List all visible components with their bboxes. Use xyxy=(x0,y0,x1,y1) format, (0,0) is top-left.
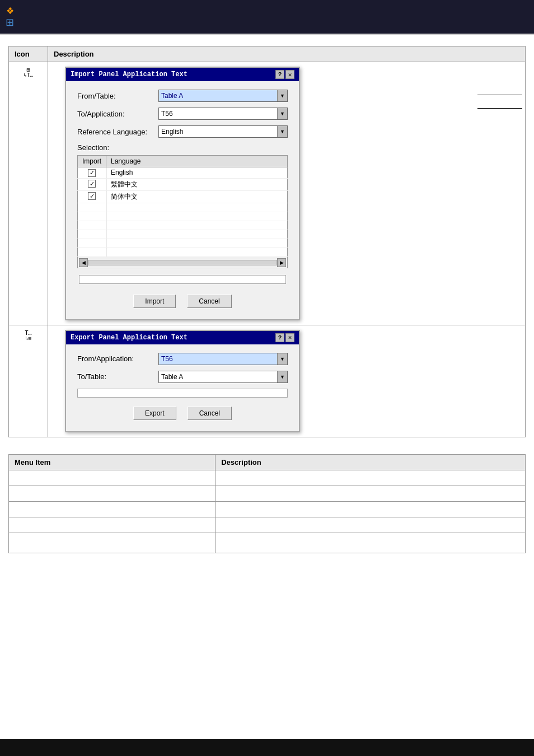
sparkle-icon: ❖ xyxy=(6,6,14,16)
to-table-label: To/Table: xyxy=(77,372,158,381)
checkbox-cell-simp-cn[interactable]: ✓ xyxy=(78,190,106,203)
to-application-select[interactable]: ▼ xyxy=(158,108,288,120)
main-content: Icon Description ⊞ ↳T… xyxy=(0,35,534,576)
from-table-row: From/Table: ▼ xyxy=(77,90,288,102)
selection-row-traditional-chinese: ✓ 繁體中文 xyxy=(78,178,288,190)
empty-row-4 xyxy=(78,230,288,239)
import-dialog-body: From/Table: ▼ To/Application: xyxy=(66,81,299,319)
lang-trad-cn: 繁體中文 xyxy=(106,178,288,190)
export-close-button[interactable]: ✕ xyxy=(285,333,294,342)
to-application-input[interactable] xyxy=(159,108,277,119)
menu-desc-4 xyxy=(216,517,526,533)
menu-row-1 xyxy=(9,470,526,486)
progress-bar xyxy=(79,275,286,284)
col-header-icon: Icon xyxy=(9,46,48,62)
icon-description-table: Icon Description ⊞ ↳T… xyxy=(8,46,526,437)
import-dialog-title: Import Panel Application Text ? ✕ xyxy=(66,68,299,81)
to-application-row: To/Application: ▼ xyxy=(77,108,288,120)
import-help-button[interactable]: ? xyxy=(275,70,284,79)
col-header-description: Description xyxy=(48,46,526,62)
grid-icon: ⊞ xyxy=(6,16,14,29)
from-application-label: From/Application: xyxy=(77,354,158,363)
import-cancel-button[interactable]: Cancel xyxy=(187,295,231,308)
icon-cell-export: T… ↳⊞ xyxy=(9,325,48,437)
to-table-select[interactable]: ▼ xyxy=(158,371,288,383)
checkbox-cell-trad-cn[interactable]: ✓ xyxy=(78,178,106,190)
menu-item-2 xyxy=(9,486,216,501)
col-header-menu-item: Menu Item xyxy=(9,454,216,470)
scrollbar-row: ◀ ▶ xyxy=(78,256,288,268)
from-application-row: From/Application: ▼ xyxy=(77,353,288,365)
from-table-select[interactable]: ▼ xyxy=(158,90,288,102)
export-dialog-title: Export Panel Application Text ? ✕ xyxy=(66,331,299,344)
checkbox-english[interactable]: ✓ xyxy=(88,169,96,177)
export-help-button[interactable]: ? xyxy=(275,333,284,342)
icon-cell-import: ⊞ ↳T… xyxy=(9,62,48,325)
scroll-right-arrow[interactable]: ▶ xyxy=(277,258,286,267)
from-application-input[interactable] xyxy=(159,353,277,365)
selection-table: Import Language ✓ xyxy=(77,155,288,269)
export-icon: T… ↳⊞ xyxy=(15,330,42,342)
menu-item-5 xyxy=(9,533,216,553)
menu-description-table: Menu Item Description xyxy=(8,454,526,553)
menu-desc-3 xyxy=(216,501,526,517)
to-table-input[interactable] xyxy=(159,371,277,382)
export-dialog-title-text: Export Panel Application Text xyxy=(71,334,188,342)
desc-cell-import: Import Panel Application Text ? ✕ From/T… xyxy=(48,62,526,325)
import-dialog-title-text: Import Panel Application Text xyxy=(71,71,188,78)
checkbox-trad-cn[interactable]: ✓ xyxy=(88,180,96,188)
from-application-arrow[interactable]: ▼ xyxy=(277,353,287,365)
ref-language-select[interactable]: ▼ xyxy=(158,125,288,138)
menu-row-4 xyxy=(9,517,526,533)
import-close-button[interactable]: ✕ xyxy=(285,70,294,79)
export-dialog-title-buttons: ? ✕ xyxy=(275,333,294,342)
selection-row-english: ✓ English xyxy=(78,167,288,179)
desc-cell-export: Export Panel Application Text ? ✕ From/A… xyxy=(48,325,526,437)
from-table-arrow[interactable]: ▼ xyxy=(277,90,287,101)
menu-item-1 xyxy=(9,470,216,486)
from-table-label: From/Table: xyxy=(77,92,158,100)
menu-row-3 xyxy=(9,501,526,517)
col-import-header: Import xyxy=(78,156,106,167)
from-table-input[interactable] xyxy=(159,90,277,101)
top-bar: ❖ ⊞ xyxy=(0,0,534,34)
menu-row-5 xyxy=(9,533,526,553)
to-table-row: To/Table: ▼ xyxy=(77,371,288,383)
from-application-select[interactable]: ▼ xyxy=(158,353,288,365)
lang-simp-cn: 简体中文 xyxy=(106,190,288,203)
export-button[interactable]: Export xyxy=(133,407,176,420)
import-icon: ⊞ ↳T… xyxy=(15,67,42,78)
ref-language-arrow[interactable]: ▼ xyxy=(277,126,287,137)
empty-row-2 xyxy=(78,212,288,221)
checkbox-cell-english[interactable]: ✓ xyxy=(78,167,106,179)
export-dialog: Export Panel Application Text ? ✕ From/A… xyxy=(65,330,300,432)
export-dialog-buttons: Export Cancel xyxy=(77,402,288,423)
empty-row-6 xyxy=(78,248,288,256)
to-table-arrow[interactable]: ▼ xyxy=(277,371,287,382)
selection-label: Selection: xyxy=(77,143,288,152)
horizontal-scrollbar[interactable]: ◀ ▶ xyxy=(79,258,286,267)
table-row-export: T… ↳⊞ Export Panel Application Text ? ✕ xyxy=(9,325,526,437)
callout-line-1 xyxy=(477,95,522,95)
export-progress-bar xyxy=(77,389,288,398)
ref-language-label: Reference Language: xyxy=(77,128,158,136)
lang-english: English xyxy=(106,167,288,179)
export-cancel-button[interactable]: Cancel xyxy=(188,407,232,420)
scroll-left-arrow[interactable]: ◀ xyxy=(79,258,88,267)
callout-line-2 xyxy=(477,108,522,109)
scroll-track[interactable] xyxy=(88,260,277,265)
progress-bar-area xyxy=(77,273,288,286)
ref-language-input[interactable] xyxy=(159,126,277,137)
export-dialog-body: From/Application: ▼ To/Table: xyxy=(66,344,299,431)
import-dialog: Import Panel Application Text ? ✕ From/T… xyxy=(65,67,300,320)
selection-row-simplified-chinese: ✓ 简体中文 xyxy=(78,190,288,203)
checkbox-simp-cn[interactable]: ✓ xyxy=(88,192,96,200)
app-icon: ❖ ⊞ xyxy=(6,6,14,29)
table-row: ⊞ ↳T… Import Panel Application Text ? ✕ xyxy=(9,62,526,325)
menu-item-4 xyxy=(9,517,216,533)
to-application-arrow[interactable]: ▼ xyxy=(277,108,287,119)
menu-desc-5 xyxy=(216,533,526,553)
import-dialog-buttons: Import Cancel xyxy=(77,290,288,311)
empty-row-1 xyxy=(78,203,288,212)
import-button[interactable]: Import xyxy=(133,295,176,308)
